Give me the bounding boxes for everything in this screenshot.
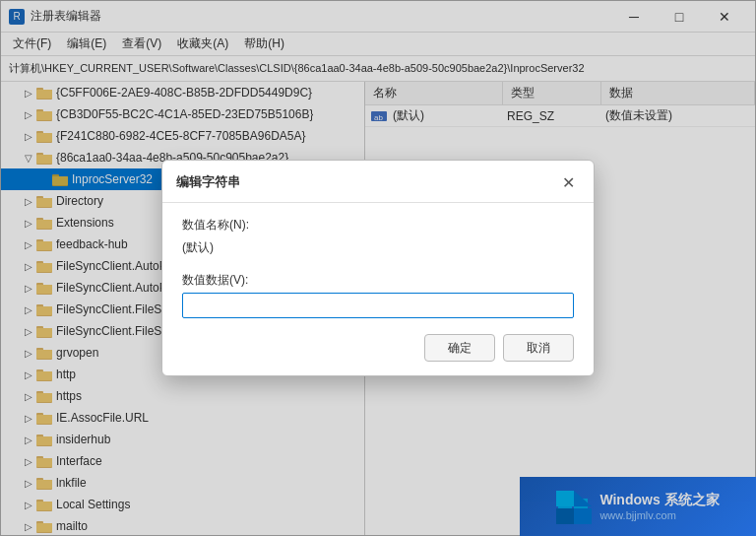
- ok-button[interactable]: 确定: [424, 334, 495, 362]
- edit-string-dialog: 编辑字符串 ✕ 数值名称(N): (默认) 数值数据(V): 确定 取消: [161, 160, 595, 376]
- field-data-input[interactable]: [182, 293, 574, 318]
- dialog-overlay: 编辑字符串 ✕ 数值名称(N): (默认) 数值数据(V): 确定 取消: [0, 0, 756, 536]
- dialog-title: 编辑字符串: [176, 173, 240, 191]
- dialog-close-button[interactable]: ✕: [556, 170, 580, 194]
- dialog-footer: 确定 取消: [162, 334, 594, 375]
- field-name-value: (默认): [182, 237, 574, 258]
- dialog-title-bar: 编辑字符串 ✕: [162, 161, 594, 203]
- cancel-button[interactable]: 取消: [503, 334, 574, 362]
- dialog-body: 数值名称(N): (默认) 数值数据(V):: [162, 203, 594, 334]
- field-data-label: 数值数据(V):: [182, 272, 574, 289]
- field-name-label: 数值名称(N):: [182, 217, 574, 234]
